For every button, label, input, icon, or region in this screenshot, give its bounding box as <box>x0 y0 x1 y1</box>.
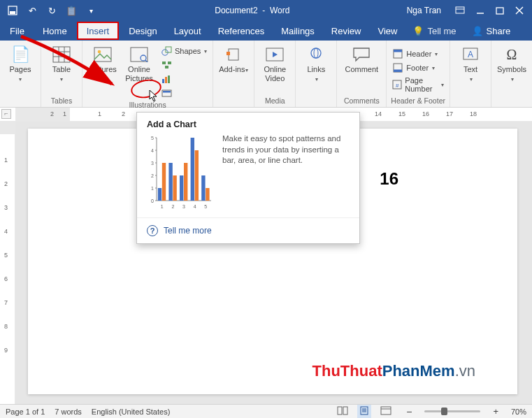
maximize-icon[interactable] <box>496 6 504 15</box>
undo-icon[interactable]: ↶ <box>27 5 38 16</box>
tab-design[interactable]: Design <box>120 21 165 41</box>
redo-icon[interactable]: ↻ <box>46 5 57 16</box>
comment-button[interactable]: Comment <box>341 43 382 74</box>
svg-rect-15 <box>131 48 148 62</box>
page-number-icon: # <box>392 79 402 90</box>
zoom-in-button[interactable]: + <box>490 406 501 417</box>
omega-icon: Ω <box>502 45 522 64</box>
addins-icon <box>224 45 243 64</box>
svg-rect-61 <box>158 188 161 201</box>
zoom-slider[interactable] <box>424 410 480 412</box>
group-text-label <box>470 95 472 107</box>
svg-rect-66 <box>162 163 166 201</box>
share-button[interactable]: 👤Share <box>463 21 519 41</box>
annotation-insert-box: Insert <box>77 22 120 40</box>
share-icon: 👤 <box>472 26 483 36</box>
page-number-button[interactable]: #Page Number▾ <box>391 75 445 94</box>
tooltip-body-text: Make it easy to spot patterns and trends… <box>222 134 350 210</box>
svg-text:3: 3 <box>151 161 154 166</box>
screenshot-button[interactable] <box>159 87 208 99</box>
svg-rect-2 <box>456 7 464 13</box>
paste-icon[interactable]: 📋 <box>66 5 77 16</box>
tab-mailings[interactable]: Mailings <box>273 21 323 41</box>
textbox-icon: A <box>461 45 480 64</box>
ribbon-display-icon[interactable] <box>455 6 465 15</box>
online-video-button[interactable]: Online Video <box>259 43 291 82</box>
zoom-out-button[interactable]: − <box>403 406 415 417</box>
status-words[interactable]: 7 words <box>55 408 82 416</box>
smartart-icon <box>161 59 172 71</box>
shapes-button[interactable]: Shapes▾ <box>159 45 208 57</box>
pictures-icon <box>93 45 113 64</box>
svg-text:3: 3 <box>182 204 185 209</box>
group-comments-label: Comments <box>344 95 380 107</box>
tooltip-tell-me-more[interactable]: ? Tell me more <box>137 218 359 243</box>
help-icon: ? <box>147 225 158 236</box>
svg-rect-20 <box>162 62 166 64</box>
svg-rect-71 <box>338 407 342 415</box>
svg-text:4: 4 <box>194 204 196 209</box>
pictures-button[interactable]: Pictures <box>87 43 119 74</box>
user-name: Nga Tran <box>401 6 447 15</box>
svg-rect-23 <box>162 79 164 83</box>
svg-rect-35 <box>394 50 402 52</box>
tab-review[interactable]: Review <box>323 21 370 41</box>
tab-home[interactable]: Home <box>34 21 76 41</box>
svg-rect-28 <box>229 49 238 60</box>
svg-text:1: 1 <box>161 204 164 209</box>
minimize-icon[interactable] <box>476 6 484 15</box>
window-title: Document2 - Word <box>103 6 401 15</box>
footer-button[interactable]: Footer▾ <box>391 62 445 74</box>
chart-button[interactable] <box>159 73 208 85</box>
chart-tooltip: Add a Chart 01234512345 Make it easy to … <box>136 112 360 244</box>
view-read-icon[interactable] <box>335 405 350 418</box>
ruler-corner[interactable]: ⌐ <box>1 109 11 119</box>
svg-rect-21 <box>168 62 171 64</box>
tab-layout[interactable]: Layout <box>166 21 210 41</box>
tab-view[interactable]: View <box>369 21 405 41</box>
qat-more-icon[interactable]: ▾ <box>85 5 96 16</box>
svg-rect-1 <box>10 11 15 14</box>
group-pages-label <box>20 95 22 107</box>
svg-rect-63 <box>180 175 183 201</box>
header-button[interactable]: Header▾ <box>391 48 445 60</box>
svg-rect-69 <box>195 150 199 201</box>
bulb-icon: 💡 <box>412 26 424 36</box>
table-button[interactable]: Table▾ <box>45 43 78 82</box>
group-headerfooter-label: Header & Footer <box>391 95 445 107</box>
svg-rect-70 <box>206 188 209 201</box>
online-pictures-button[interactable]: Online Pictures <box>123 43 155 82</box>
smartart-button[interactable] <box>159 59 208 71</box>
links-button[interactable]: Links▾ <box>300 43 332 82</box>
tab-insert[interactable]: Insert <box>78 23 118 38</box>
vertical-ruler[interactable]: 12 34 56 78 9 <box>0 122 15 404</box>
zoom-level[interactable]: 70% <box>511 408 526 416</box>
save-icon[interactable] <box>7 5 18 16</box>
status-page[interactable]: Page 1 of 1 <box>6 408 45 416</box>
tab-file[interactable]: File <box>0 21 34 41</box>
svg-text:5: 5 <box>204 204 207 209</box>
symbols-button[interactable]: ΩSymbols▾ <box>496 43 528 82</box>
shapes-icon <box>161 45 172 57</box>
page-icon: 📄 <box>10 45 30 64</box>
tab-references[interactable]: References <box>210 21 273 41</box>
close-icon[interactable] <box>515 6 524 15</box>
addins-button[interactable]: Add-ins▾ <box>217 43 250 74</box>
group-links-label <box>315 95 317 107</box>
view-print-icon[interactable] <box>357 405 371 418</box>
text-button[interactable]: AText▾ <box>454 43 487 82</box>
svg-text:4: 4 <box>151 148 154 153</box>
group-symbols-label <box>511 95 513 107</box>
view-web-icon[interactable] <box>378 405 394 418</box>
tell-me[interactable]: 💡Tell me <box>405 21 463 41</box>
svg-rect-77 <box>381 407 391 415</box>
status-language[interactable]: English (United States) <box>92 408 171 416</box>
pages-button[interactable]: 📄Pages▾ <box>4 43 36 82</box>
svg-text:1: 1 <box>151 186 154 191</box>
svg-text:5: 5 <box>151 136 154 140</box>
svg-point-33 <box>314 48 318 58</box>
links-icon <box>306 45 326 64</box>
group-addins-label <box>233 95 235 107</box>
svg-rect-37 <box>394 70 402 73</box>
svg-rect-24 <box>165 77 167 83</box>
